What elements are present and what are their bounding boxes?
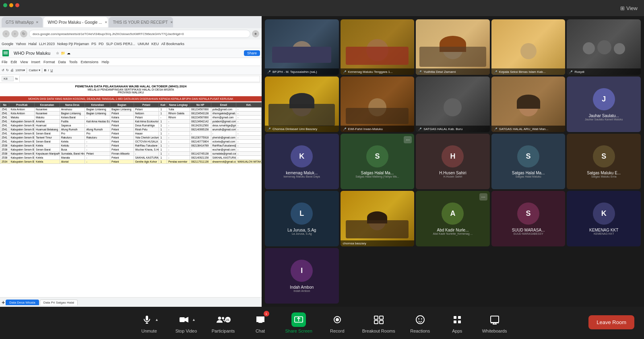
menu-view[interactable]: View [20,60,28,64]
whiteboards-button[interactable]: Whiteboards [482,312,507,333]
redo-btn[interactable]: ↻ [6,68,9,72]
bookmark-button[interactable]: ★ [252,30,259,37]
bookmark-ps[interactable]: PS [91,42,96,46]
participant-tile-p16[interactable]: L La Jurusa, S.Ag La Jurusa, S.Ag [265,191,339,246]
bookmark-nokep[interactable]: Nokep Pjt Pinjaman [57,42,89,46]
window-control-close[interactable] [3,3,7,7]
bookmark-keu[interactable]: KEU [151,42,159,46]
print-btn[interactable]: 🖨 [10,68,14,72]
undo-btn[interactable]: ↺ [2,68,4,72]
tab-close-whatsapp[interactable]: ✕ [36,21,39,24]
participant-tile-p1[interactable]: BPJPH - M. Tajussalathin (saL) [265,19,339,75]
tab-receipt[interactable]: THIS IS YOUR END RECEIPT ✕ [109,17,173,27]
share-screen-button[interactable]: Share Screen [285,312,312,333]
address-bar[interactable]: docs.google.com/spreadsheets/d/1eTO4eVI3… [29,30,250,38]
participant-tile-p10[interactable]: J Jauhar Saulatu... Jauhar Saulatu Kanwi… [567,76,641,132]
sheet-tab-desa[interactable]: Data Desa Wisata [6,300,39,305]
tab-close-receipt[interactable]: ✕ [170,21,173,24]
add-sheet-button[interactable]: + [2,299,5,306]
participant-tile-p18[interactable]: A Abd Kadir Nurle... Abd Kadir Nurlette_… [416,191,490,246]
stop-video-button[interactable]: ▲ Stop Video [174,312,198,333]
tab-close-who[interactable]: ✕ [105,21,107,24]
menu-extensions[interactable]: Extensions [80,60,98,64]
underline-btn[interactable]: U [50,68,53,72]
avatar-p14: S [517,145,539,167]
participant-tile-p17[interactable]: chomsa baszary [341,191,415,246]
menu-format[interactable]: Format [43,60,55,64]
participant-tile-p8[interactable]: SATGAS HALAL Kab. Buru [416,76,490,132]
menu-file[interactable]: File [2,60,8,64]
avatar-subtitle-p21: Indah Ambon [292,289,312,292]
participant-tile-p14[interactable]: S Satgas Halal Ma... Satgas Halal Maluku [491,134,566,189]
unmute-button[interactable]: ▲ Unmute [137,312,161,333]
menu-tools[interactable]: Tools [69,60,77,64]
participant-tile-p21[interactable]: I Indah Ambon Indah Ambon [265,248,339,304]
bookmark-google[interactable]: Google [2,42,13,46]
participant-name-p9: SATGAS HALAL ARU_Wati Man... [499,127,548,131]
avatar-name-p12: Satgas Halal Ma... [359,171,396,175]
star-button[interactable]: ☆ [56,51,59,55]
participant-tile-p12[interactable]: S Satgas Halal Ma... Satgas Halal Malten… [341,134,415,189]
menu-edit[interactable]: Edit [11,60,17,64]
more-options-p12[interactable]: ··· [404,136,412,143]
refresh-button[interactable]: ↻ [20,30,27,37]
chat-button[interactable]: 1 Chat [248,312,272,333]
window-control-minimize[interactable] [9,3,13,7]
unmute-caret[interactable]: ▲ [155,318,159,322]
participant-tile-p4[interactable]: Kepala Seksi Bimas Islam Kab... [491,19,566,75]
participant-tile-p3[interactable]: Yudhitia Dewi Zamarni [416,19,490,75]
bookmark-umum[interactable]: UMUM [138,42,149,46]
breakout-rooms-button[interactable]: Breakout Rooms [362,312,395,333]
view-button[interactable]: ⊞ View [620,5,638,11]
cloud-button[interactable]: ☁ [67,51,70,55]
more-options-p18[interactable]: ··· [479,193,487,201]
video-caret[interactable]: ▲ [192,318,196,322]
font-btn[interactable]: Calibri ▾ [29,68,40,72]
video-feed-p6 [265,76,339,132]
bold-btn[interactable]: B [44,68,46,72]
participant-tile-p2[interactable]: Kemenag Maluku Tenggara 1... [341,19,415,75]
bookmark-slp[interactable]: SLP CMS PERJ... [106,42,135,46]
formula-input[interactable] [19,76,260,82]
participant-tile-p19[interactable]: S SUUD MARASA... SUUD MARASABESSY [491,191,566,246]
forward-button[interactable]: › [11,30,19,37]
bookmark-all[interactable]: All Bookmarks [161,42,184,46]
avatar-p19: S [517,203,539,225]
tab-who[interactable]: WHO Prov Maluku - Google ... ✕ [43,17,108,27]
avatar-subtitle-p10: Jauhar Saulatu Kanwil Maluku [583,118,624,121]
share-button[interactable]: Share [244,50,260,56]
bookmark-halal[interactable]: Halal [28,42,37,46]
participant-tile-p15[interactable]: S Satgas Maluku E... Satgas Maluku Erna [567,134,641,189]
back-button[interactable]: ‹ [2,30,10,37]
bookmark-yahoo[interactable]: Yahoo [16,42,26,46]
reactions-button[interactable]: Reactions [408,312,432,333]
leave-room-button[interactable]: Leave Room [588,315,634,329]
cell-ref[interactable]: K8 [2,76,14,81]
participant-tile-p9[interactable]: SATGAS HALAL ARU_Wati Man... [491,76,566,132]
participants-button[interactable]: 21 Participants [211,312,235,333]
participant-tile-p6[interactable]: Chomsa Dintasari Umi Baszary [265,76,339,132]
participant-tile-p20[interactable]: K KEMENAG KKT KEMENAG KKT [567,191,641,246]
bookmark-llh[interactable]: LLH 2023 [39,42,55,46]
participant-tile-p11[interactable]: K kemenag Maluk... kemenag Maluku Barat … [265,134,339,189]
menu-help[interactable]: Help [101,60,109,64]
window-control-maximize[interactable] [15,3,19,7]
zoom-btn[interactable]: 100%▾ [15,68,25,72]
video-icon [179,315,189,325]
tab-whatsapp[interactable]: GTS WhatsApp ✕ [2,17,43,27]
sheet-tab-satgas[interactable]: Data Pri Satgas Halal [40,300,78,305]
participant-tile-p13[interactable]: H H.Husen Sahiri H.Husen Sahiri [416,134,490,189]
avatar-name-p16: La Jurusa, S.Ag [286,228,318,232]
record-button[interactable]: Record [325,312,349,333]
mic-icon-p8 [418,127,422,131]
folder-button[interactable]: 📁 [61,51,65,55]
menu-insert[interactable]: Insert [31,60,40,64]
address-text: docs.google.com/spreadsheets/d/1eTO4eVI3… [33,32,184,36]
participant-tile-p7[interactable]: EWI-Fahri Irwan-Maluku [341,76,415,132]
bookmark-pd[interactable]: PD [99,42,104,46]
participant-tile-p5[interactable]: Rusydi [567,19,641,75]
italic-btn[interactable]: I [48,68,49,72]
apps-button[interactable]: Apps [445,312,469,333]
menu-data[interactable]: Data [58,60,66,64]
mic-icon-p3 [418,70,422,74]
